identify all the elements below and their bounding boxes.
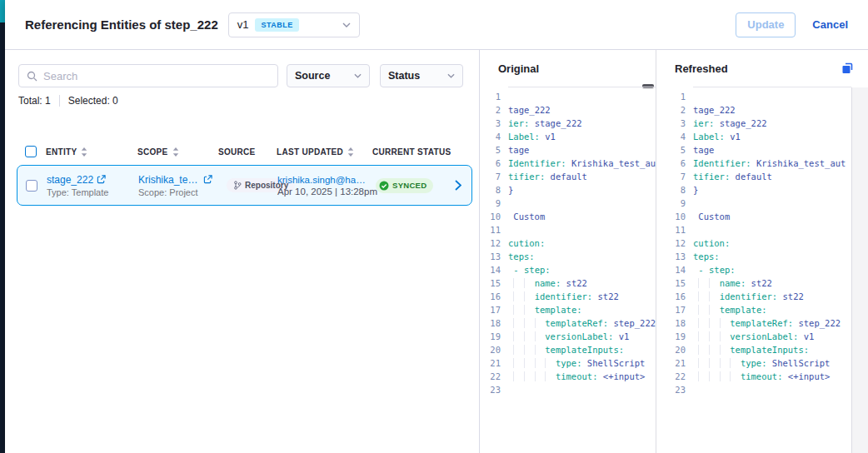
line-number: 11 xyxy=(480,223,508,236)
line-number: 6 xyxy=(656,157,693,170)
search-icon xyxy=(27,71,37,82)
line-number: 14 xyxy=(480,263,508,276)
line-number: 3 xyxy=(656,117,693,130)
copy-button[interactable] xyxy=(839,59,856,77)
original-panel: Original 1template:2 name: stage_2223 id… xyxy=(480,50,656,453)
status-filter-select[interactable]: Status xyxy=(380,64,463,87)
line-number: 14 xyxy=(656,263,693,276)
code-line: 8 tags: {} xyxy=(656,183,868,197)
last-updated-cell: krishika.singh@harnes... Apr 10, 2025 | … xyxy=(277,175,373,197)
line-number: 21 xyxy=(656,356,693,370)
code-line: 19 versionLabel: v1 xyxy=(656,330,868,343)
code-line: 17 template: xyxy=(656,303,868,316)
line-number: 5 xyxy=(656,143,693,157)
source-filter-label: Source xyxy=(295,70,330,82)
column-label: SCOPE xyxy=(137,147,168,157)
line-number: 7 xyxy=(480,170,508,183)
search-box[interactable] xyxy=(18,64,278,87)
line-number: 19 xyxy=(656,330,693,343)
source-filter-select[interactable]: Source xyxy=(287,64,370,87)
total-count: Total: 1 xyxy=(18,95,51,107)
code-line: 3 identifier: stage_222 xyxy=(480,117,656,130)
search-input[interactable] xyxy=(43,70,270,82)
line-number: 11 xyxy=(656,223,693,236)
check-circle-icon xyxy=(379,181,389,191)
line-number: 23 xyxy=(480,383,508,396)
chevron-down-icon xyxy=(342,22,351,27)
external-link-icon xyxy=(97,175,106,184)
entity-type: Type: Template xyxy=(47,187,132,197)
chevron-down-icon xyxy=(447,73,455,78)
line-number: 23 xyxy=(656,383,693,396)
code-line: 20 templateInputs: xyxy=(480,343,656,356)
code-line: 2 name: stage_222 xyxy=(656,103,868,117)
table-row[interactable]: stage_222 Type: Template Krishika_test_a… xyxy=(17,165,472,206)
stable-badge: STABLE xyxy=(255,18,298,32)
updated-by-link[interactable]: krishika.singh@harnes... xyxy=(277,175,367,185)
column-label: ENTITY xyxy=(46,147,77,157)
line-number: 19 xyxy=(480,330,508,343)
refreshed-code-editor[interactable]: 1template:2 name: stage_2223 identifier:… xyxy=(656,87,868,453)
sort-icon xyxy=(172,147,179,157)
expand-row-chevron[interactable] xyxy=(455,180,461,191)
git-repository-icon xyxy=(233,181,242,190)
cancel-button[interactable]: Cancel xyxy=(812,18,848,31)
line-number: 8 xyxy=(480,183,508,197)
column-header-last-updated[interactable]: LAST UPDATED xyxy=(277,147,372,157)
line-number: 13 xyxy=(656,250,693,263)
line-number: 16 xyxy=(656,290,693,303)
modal-header: Referencing Entities of step_222 v1 STAB… xyxy=(5,0,868,50)
column-header-entity[interactable]: ENTITY xyxy=(46,147,137,157)
row-checkbox[interactable] xyxy=(26,180,37,192)
code-line: 12 execution: xyxy=(480,236,656,250)
horizontal-scrollbar-thumb[interactable] xyxy=(642,84,654,88)
entity-cell: stage_222 Type: Template xyxy=(47,174,138,197)
code-line: 17 template: xyxy=(480,303,656,316)
code-line: 22 timeout: <+input> xyxy=(656,370,868,383)
code-line: 2 name: stage_222 xyxy=(480,103,656,117)
sort-icon xyxy=(347,147,354,157)
line-number: 4 xyxy=(656,130,693,143)
page-title: Referencing Entities of step_222 xyxy=(25,17,218,32)
totals-bar: Total: 1 Selected: 0 xyxy=(5,95,479,107)
code-line: 21 type: ShellScript xyxy=(656,356,868,370)
original-code-editor[interactable]: 1template:2 name: stage_2223 identifier:… xyxy=(480,87,656,453)
code-line: 10 type: Custom xyxy=(656,210,868,223)
line-number: 15 xyxy=(656,276,693,290)
line-number: 9 xyxy=(656,197,693,210)
scope-sub: Scope: Project xyxy=(138,187,212,197)
refreshed-panel: Refreshed 1template:2 name: stage_2223 i… xyxy=(656,50,868,453)
update-button[interactable]: Update xyxy=(736,12,796,37)
code-line: 14 - step: xyxy=(656,263,868,276)
column-header-scope[interactable]: SCOPE xyxy=(137,147,218,157)
line-number: 10 xyxy=(656,210,693,223)
code-line: 1template: xyxy=(656,90,868,103)
status-filter-label: Status xyxy=(388,70,420,82)
column-label: CURRENT STATUS xyxy=(372,147,451,157)
code-line: 15 name: st22 xyxy=(480,276,656,290)
line-number: 16 xyxy=(480,290,508,303)
code-line: 14 - step: xyxy=(480,263,656,276)
code-line: 4 versionLabel: v1 xyxy=(480,130,656,143)
column-header-source: SOURCE xyxy=(218,147,277,157)
scope-link[interactable]: Krishika_test_au... xyxy=(138,174,200,186)
code-line: 18 templateRef: step_222 xyxy=(480,316,656,330)
line-number: 12 xyxy=(480,236,508,250)
vertical-scrollbar-rail[interactable] xyxy=(851,87,868,453)
code-line: 4 versionLabel: v1 xyxy=(656,130,868,143)
line-number: 1 xyxy=(480,90,508,103)
line-number: 9 xyxy=(480,197,508,210)
code-line: 1template: xyxy=(480,90,656,103)
line-number: 10 xyxy=(480,210,508,223)
entity-link[interactable]: stage_222 xyxy=(47,174,93,186)
column-label: LAST UPDATED xyxy=(277,147,343,157)
line-number: 17 xyxy=(656,303,693,316)
version-label: v1 xyxy=(237,18,249,31)
code-line: 11 spec: xyxy=(656,223,868,236)
code-line: 6 projectIdentifier: Krishika_test_aut xyxy=(656,157,868,170)
code-line: 12 execution: xyxy=(656,236,868,250)
line-number: 20 xyxy=(656,343,693,356)
version-select[interactable]: v1 STABLE xyxy=(228,12,360,37)
select-all-checkbox[interactable] xyxy=(25,146,37,157)
table-header-row: ENTITY SCOPE SOURCE LAST UPDATED CURRENT… xyxy=(5,146,479,157)
